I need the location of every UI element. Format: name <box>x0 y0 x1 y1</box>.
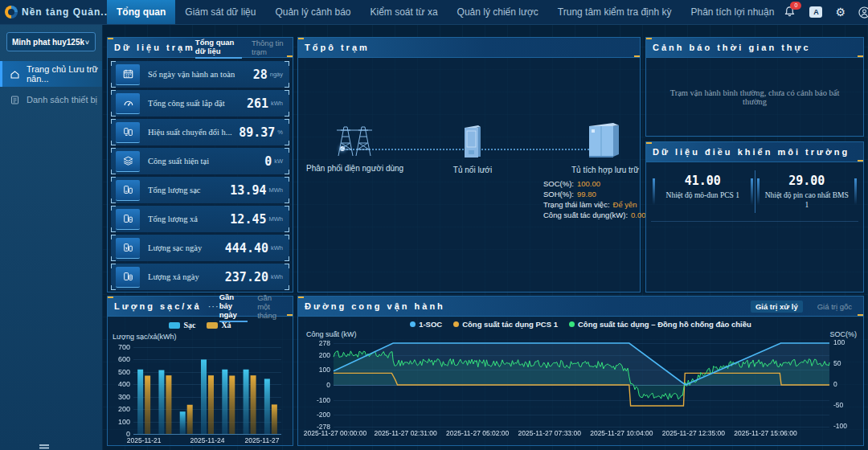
node-grid-cabinet: Tủ nối lưới <box>447 124 498 174</box>
app-root: Nền tảng Quản... Tổng quan Giám sát dữ l… <box>0 0 868 450</box>
topbar-actions: 0 A ⚙ qikechao <box>784 0 868 24</box>
topology-diagram: Phân phối điện người dùng Tủ nối lưới <box>298 58 640 292</box>
nav-item-overview[interactable]: Tổng quan <box>107 0 175 24</box>
station-select-value: Minh phat huy125kw/26... <box>12 38 84 47</box>
panel-title: Tổpô trạm <box>305 43 370 52</box>
battery-charge-icon <box>116 180 140 201</box>
sidebar-item-label: Trang chủ Lưu trữ năn... <box>27 64 102 84</box>
metric-current-power: Công suất hiện tại 0 kW <box>111 148 289 174</box>
metric-daily-discharge: Lượng xả ngày 237.20 kWh <box>111 264 289 290</box>
nav-item-alarm-management[interactable]: Quản lý cảnh báo <box>265 0 360 24</box>
button-processed-value[interactable]: Giá trị xử lý <box>751 301 803 313</box>
left-axis-label: Công suất (kW) <box>306 330 357 338</box>
pcs-dot <box>453 321 459 327</box>
tab-last-seven-days[interactable]: Gần bảy ngày <box>219 291 248 322</box>
button-raw-value[interactable]: Giá trị gốc <box>813 301 857 313</box>
sidebar: Minh phat huy125kw/26... ∨ Trang chủ Lưu… <box>0 24 103 450</box>
sidebar-collapse-icon[interactable] <box>39 442 51 450</box>
brand-title: Nền tảng Quản... <box>22 6 111 18</box>
chevron-down-icon: ∨ <box>84 39 90 46</box>
notifications-button[interactable]: 0 <box>784 6 796 18</box>
stat-pcs-module-temp: 41.00 Nhiệt độ mô-đun PCS 1 <box>651 170 755 213</box>
metric-total-discharge: Tổng lượng xả 12.45 MWh <box>111 206 289 232</box>
metric-list: Số ngày vận hành an toàn 28 ngày Tổng cô… <box>108 58 293 293</box>
legend-discharge[interactable]: Xả <box>207 321 231 329</box>
sidebar-item-storage-home[interactable]: Trang chủ Lưu trữ năn... <box>0 61 102 87</box>
nav-item-inspection-center[interactable]: Trung tâm kiểm tra định kỳ <box>548 0 682 24</box>
more-options-icon[interactable]: ··· <box>208 301 219 311</box>
realtime-alert-panel: Cảnh báo thời gian thực Trạm vận hành bì… <box>645 37 864 137</box>
metric-daily-charge: Lượng sạc ngày 444.40 kWh <box>111 235 289 261</box>
node-user-distribution: Phân phối điện người dùng <box>306 121 403 173</box>
legend-soc[interactable]: 1-SOC <box>410 320 442 329</box>
legend-anti-backflow-power[interactable]: Công suất tác dụng – Đồng hồ chống đảo c… <box>569 320 751 329</box>
topology-panel: Tổpô trạm Phân phối điện người dùng <box>297 37 641 292</box>
panel-title: Đường cong vận hành <box>305 301 445 311</box>
sidebar-item-label: Danh sách thiết bị <box>27 95 97 104</box>
nav-item-data-monitoring[interactable]: Giám sát dữ liệu <box>175 0 265 24</box>
metric-conversion-efficiency: Hiệu suất chuyển đổi h... 89.37 % <box>111 119 289 145</box>
main-nav: Tổng quan Giám sát dữ liệu Quản lý cảnh … <box>107 0 784 24</box>
environment-panel: Dữ liệu điều khiển môi trường 41.00 Nhiệ… <box>645 141 864 292</box>
gauge-icon <box>116 93 140 114</box>
metric-total-charge: Tổng lượng sạc 13.94 MWh <box>111 177 289 203</box>
bar-legend: Sạc Xả <box>108 321 293 329</box>
charge-discharge-panel: Lượng sạc/xả ··· Gần bảy ngày Gần một th… <box>107 296 293 446</box>
grid-cabinet-icon <box>462 124 483 159</box>
station-data-panel: Dữ liệu trạm Tổng quan dữ liệu Thông tin… <box>107 37 293 292</box>
app-logo-icon <box>5 6 18 18</box>
panel-title: Cảnh báo thời gian thực <box>653 43 811 52</box>
sidebar-item-device-list[interactable]: Danh sách thiết bị <box>0 87 102 112</box>
home-icon <box>10 69 20 80</box>
day-discharge-icon <box>116 267 140 288</box>
legend-pcs-power[interactable]: Công suất tác dụng PCS 1 <box>453 320 558 329</box>
nav-item-remote-control[interactable]: Kiểm soát từ xa <box>360 0 447 24</box>
day-charge-icon <box>116 238 140 259</box>
station-select[interactable]: Minh phat huy125kw/26... ∨ <box>6 32 96 51</box>
charge-swatch <box>169 322 180 329</box>
user-menu[interactable]: qikechao <box>858 6 868 18</box>
soc-dot <box>410 321 416 327</box>
storage-status-info: SOC(%):100.00 SOH(%):99.80 Trạng thái là… <box>543 178 646 220</box>
battery-discharge-icon <box>116 209 140 230</box>
panel-title: Dữ liệu điều khiển môi trường <box>653 147 850 157</box>
layers-icon <box>116 151 140 172</box>
charge-discharge-bar-chart[interactable] <box>108 341 286 447</box>
bar-y-axis-label: Lượng sạc/xả(kWh) <box>113 333 293 341</box>
brand: Nền tảng Quản... <box>0 0 107 24</box>
language-icon[interactable]: A <box>809 6 822 18</box>
operation-curve-line-chart[interactable] <box>298 338 860 440</box>
panel-title: Lượng sạc/xả <box>114 301 202 311</box>
gear-icon[interactable]: ⚙ <box>835 6 845 18</box>
nav-item-profit-analysis[interactable]: Phân tích lợi nhuận <box>681 0 784 24</box>
efficiency-icon <box>116 122 140 143</box>
main-content: Dữ liệu trạm Tổng quan dữ liệu Thông tin… <box>102 24 868 450</box>
meter-dot <box>569 321 575 327</box>
node-storage-cabinet: Tủ tích hợp lưu trữ <box>571 121 636 174</box>
line-legend: 1-SOC Công suất tác dụng PCS 1 Công suất… <box>298 320 863 329</box>
metric-installed-capacity: Tổng công suất lắp đặt 261 kWh <box>111 90 289 117</box>
legend-charge[interactable]: Sạc <box>169 321 195 329</box>
panel-title: Dữ liệu trạm <box>114 43 195 52</box>
tab-station-info[interactable]: Thông tin trạm <box>252 37 286 58</box>
storage-cabinet-icon <box>586 121 621 159</box>
notification-badge: 0 <box>790 2 801 10</box>
metric-safe-days: Số ngày vận hành an toàn 28 ngày <box>111 61 289 88</box>
operation-curve-panel: Đường cong vận hành Giá trị xử lý Giá tr… <box>297 296 864 446</box>
power-towers-icon <box>334 121 375 158</box>
tab-last-month[interactable]: Gần một tháng <box>257 292 286 321</box>
nav-item-strategy[interactable]: Quản lý chiến lược <box>448 0 548 24</box>
tab-data-overview[interactable]: Tổng quan dữ liệu <box>195 36 242 59</box>
alert-empty-text: Trạm vận hành bình thường, chưa có cảnh … <box>646 88 863 106</box>
topbar: Nền tảng Quản... Tổng quan Giám sát dữ l… <box>0 0 868 25</box>
discharge-swatch <box>207 322 218 329</box>
right-axis-label: SOC(%) <box>830 330 858 338</box>
calendar-icon <box>116 64 140 85</box>
stat-bms-max-battery-temp: 29.00 Nhiệt độ pin cao nhất BMS 1 <box>755 170 859 213</box>
device-list-icon <box>10 95 20 105</box>
user-avatar-icon <box>858 6 868 18</box>
